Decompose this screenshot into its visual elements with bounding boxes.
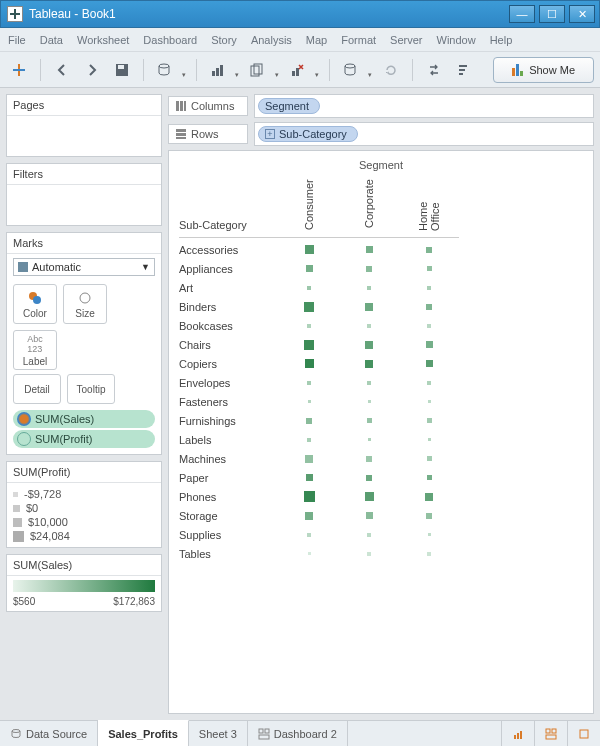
mark[interactable] bbox=[279, 335, 339, 354]
mark[interactable] bbox=[279, 449, 339, 468]
mark[interactable] bbox=[339, 411, 399, 430]
row-header[interactable]: Labels bbox=[179, 430, 279, 449]
menu-story[interactable]: Story bbox=[211, 34, 237, 46]
rows-shelf[interactable]: +Sub-Category bbox=[254, 122, 594, 146]
tooltip-button[interactable]: Tooltip bbox=[67, 374, 115, 404]
mark[interactable] bbox=[399, 525, 459, 544]
row-header[interactable]: Phones bbox=[179, 487, 279, 506]
refresh-button[interactable] bbox=[378, 57, 404, 83]
auto-updates-button[interactable]: ▾ bbox=[338, 57, 374, 83]
forward-button[interactable] bbox=[79, 57, 105, 83]
new-dashboard-tab[interactable] bbox=[534, 721, 567, 746]
mark[interactable] bbox=[399, 430, 459, 449]
mark[interactable] bbox=[279, 240, 339, 259]
close-button[interactable]: ✕ bbox=[569, 5, 595, 23]
row-header[interactable]: Storage bbox=[179, 506, 279, 525]
mark[interactable] bbox=[399, 278, 459, 297]
detail-button[interactable]: Detail bbox=[13, 374, 61, 404]
new-story-tab[interactable] bbox=[567, 721, 600, 746]
pages-shelf[interactable]: Pages bbox=[6, 94, 162, 157]
color-button[interactable]: Color bbox=[13, 284, 57, 324]
mark[interactable] bbox=[279, 373, 339, 392]
mark[interactable] bbox=[399, 544, 459, 563]
mark[interactable] bbox=[339, 525, 399, 544]
mark[interactable] bbox=[279, 487, 339, 506]
new-worksheet-tab[interactable] bbox=[501, 721, 534, 746]
duplicate-sheet-button[interactable]: ▾ bbox=[245, 57, 281, 83]
menu-server[interactable]: Server bbox=[390, 34, 422, 46]
mark[interactable] bbox=[399, 354, 459, 373]
mark[interactable] bbox=[339, 468, 399, 487]
pill-sum-sales[interactable]: SUM(Sales) bbox=[13, 410, 155, 428]
mark[interactable] bbox=[399, 449, 459, 468]
row-header[interactable]: Binders bbox=[179, 297, 279, 316]
mark[interactable] bbox=[399, 487, 459, 506]
mark[interactable] bbox=[339, 430, 399, 449]
mark[interactable] bbox=[279, 259, 339, 278]
row-header[interactable]: Appliances bbox=[179, 259, 279, 278]
size-button[interactable]: Size bbox=[63, 284, 107, 324]
mark[interactable] bbox=[279, 525, 339, 544]
mark[interactable] bbox=[339, 373, 399, 392]
minimize-button[interactable]: — bbox=[509, 5, 535, 23]
row-header[interactable]: Furnishings bbox=[179, 411, 279, 430]
mark[interactable] bbox=[279, 278, 339, 297]
menu-data[interactable]: Data bbox=[40, 34, 63, 46]
mark[interactable] bbox=[399, 335, 459, 354]
save-button[interactable] bbox=[109, 57, 135, 83]
menu-analysis[interactable]: Analysis bbox=[251, 34, 292, 46]
menu-dashboard[interactable]: Dashboard bbox=[143, 34, 197, 46]
column-header[interactable]: Home Office bbox=[399, 175, 459, 235]
row-header[interactable]: Copiers bbox=[179, 354, 279, 373]
mark[interactable] bbox=[399, 297, 459, 316]
mark[interactable] bbox=[339, 392, 399, 411]
menu-map[interactable]: Map bbox=[306, 34, 327, 46]
visualization-area[interactable]: Segment Sub-CategoryConsumerCorporateHom… bbox=[168, 150, 594, 714]
row-header[interactable]: Envelopes bbox=[179, 373, 279, 392]
filters-shelf[interactable]: Filters bbox=[6, 163, 162, 226]
mark[interactable] bbox=[339, 259, 399, 278]
mark[interactable] bbox=[339, 354, 399, 373]
pill-sum-profit[interactable]: SUM(Profit) bbox=[13, 430, 155, 448]
mark[interactable] bbox=[339, 335, 399, 354]
mark[interactable] bbox=[279, 411, 339, 430]
show-me-button[interactable]: Show Me bbox=[493, 57, 594, 83]
mark[interactable] bbox=[339, 506, 399, 525]
mark[interactable] bbox=[279, 544, 339, 563]
column-header[interactable]: Corporate bbox=[339, 175, 399, 235]
mark[interactable] bbox=[339, 544, 399, 563]
mark[interactable] bbox=[279, 468, 339, 487]
new-worksheet-button[interactable]: ▾ bbox=[205, 57, 241, 83]
tab-sales-profits[interactable]: Sales_Profits bbox=[98, 720, 189, 746]
mark[interactable] bbox=[339, 487, 399, 506]
tab-sheet3[interactable]: Sheet 3 bbox=[189, 721, 248, 746]
mark[interactable] bbox=[279, 506, 339, 525]
pill-subcategory[interactable]: +Sub-Category bbox=[258, 126, 358, 142]
row-header[interactable]: Supplies bbox=[179, 525, 279, 544]
mark[interactable] bbox=[339, 449, 399, 468]
mark[interactable] bbox=[399, 411, 459, 430]
menu-file[interactable]: File bbox=[8, 34, 26, 46]
mark[interactable] bbox=[279, 430, 339, 449]
mark[interactable] bbox=[399, 468, 459, 487]
mark[interactable] bbox=[399, 259, 459, 278]
menu-format[interactable]: Format bbox=[341, 34, 376, 46]
menu-worksheet[interactable]: Worksheet bbox=[77, 34, 129, 46]
new-datasource-button[interactable]: ▾ bbox=[152, 57, 188, 83]
row-header[interactable]: Fasteners bbox=[179, 392, 279, 411]
clear-sheet-button[interactable]: ▾ bbox=[285, 57, 321, 83]
mark[interactable] bbox=[399, 373, 459, 392]
mark[interactable] bbox=[279, 392, 339, 411]
data-source-tab[interactable]: Data Source bbox=[0, 721, 98, 746]
swap-button[interactable] bbox=[421, 57, 447, 83]
mark[interactable] bbox=[279, 316, 339, 335]
menu-window[interactable]: Window bbox=[437, 34, 476, 46]
column-header[interactable]: Consumer bbox=[279, 175, 339, 235]
pill-segment[interactable]: Segment bbox=[258, 98, 320, 114]
row-header[interactable]: Machines bbox=[179, 449, 279, 468]
mark[interactable] bbox=[399, 316, 459, 335]
tableau-logo-icon[interactable] bbox=[6, 57, 32, 83]
mark[interactable] bbox=[279, 297, 339, 316]
mark[interactable] bbox=[399, 506, 459, 525]
row-header[interactable]: Accessories bbox=[179, 240, 279, 259]
